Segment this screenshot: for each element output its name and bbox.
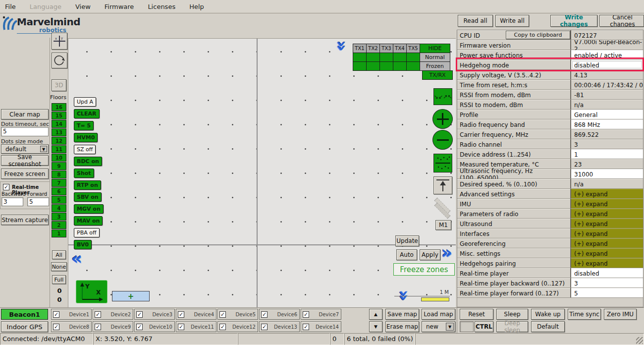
sleep-button[interactable]: Sleep [496,309,528,320]
expand-right-icon[interactable]: » [441,246,452,259]
tx-header-tx3[interactable]: TX3 [379,44,393,53]
parameter-value[interactable]: enabled / active [571,50,643,59]
menu-item-firmware[interactable]: Firmware [105,3,134,10]
erase-map-button[interactable]: Erase map [385,321,419,332]
parameter-value[interactable]: (+) expand [571,189,643,198]
txrx-button[interactable]: TX/RX [422,70,453,80]
tx-frozen-cell[interactable] [406,61,420,71]
m1-button[interactable]: M1 [435,220,451,230]
floor-button-15[interactable]: 15 [52,112,66,119]
floors-none-button[interactable]: None [51,262,67,271]
floor-button-6[interactable]: 6 [52,187,66,195]
floors-full-button[interactable]: Full [52,275,66,284]
device-toggle-device12[interactable]: ✓Device12 [217,321,258,332]
tx-frozen-cell[interactable] [353,61,367,71]
device-toggle-device10[interactable]: ✓Device10 [134,321,175,332]
fit-to-screen-icon[interactable]: ↘↙↗↖ [433,88,452,105]
resize-grip[interactable] [636,337,643,344]
device-toggle-device3[interactable]: ✓Device3 [134,309,175,320]
parameter-value[interactable]: (+) expand [571,229,643,238]
freeze-zones-button[interactable]: Freeze zones [393,263,455,276]
ctrl-checkbox[interactable] [460,321,474,332]
parameter-value[interactable]: (+) expand [571,238,643,248]
floor-button-9[interactable]: 9 [52,162,66,170]
save-map-button[interactable]: Save map [385,309,419,320]
device-toggle-device5[interactable]: ✓Device5 [217,309,258,320]
checkbox-checked-icon[interactable]: ✓ [261,324,268,330]
parameter-value[interactable]: (+) expand [571,248,643,258]
frozen-button[interactable]: Frozen [420,61,450,71]
dots-size-select[interactable]: default ▼ [1,144,49,154]
menu-item-licenses[interactable]: Licenses [148,3,175,10]
tool-button-sbv-on[interactable]: SBV on [74,192,102,202]
clear-map-button[interactable]: Clear map [1,109,49,119]
backward-input[interactable]: 3 [1,197,23,206]
parameter-value[interactable]: disabled [571,60,643,69]
floor-button-8[interactable]: 8 [52,171,66,178]
device-toggle-device7[interactable]: ✓Device7 [301,309,341,320]
layers-icon[interactable] [430,200,455,218]
tool-button-bv0[interactable]: BV0 [74,240,92,249]
checkbox-checked-icon[interactable]: ✓ [303,324,309,330]
coordinate-axes-icon[interactable]: Y X [76,280,107,303]
tx-normal-cell[interactable] [353,53,367,62]
device-scroll-down-button[interactable]: ▼ [369,321,382,332]
deep-sleep-button[interactable]: Deep sleep [496,321,528,332]
indoor-gps-tab[interactable]: Indoor GPS [1,321,48,332]
tx-header-tx1[interactable]: TX1 [353,44,367,53]
floor-button-11[interactable]: 11 [52,145,66,153]
floor-button-1[interactable]: 1 [52,230,66,237]
dots-timeout-input[interactable]: 5 [1,127,49,136]
tx-normal-cell[interactable] [393,53,407,62]
device-toggle-device6[interactable]: ✓Device6 [259,309,300,320]
device-toggle-device14[interactable]: ✓Device14 [301,321,341,332]
tool-button-shot[interactable]: Shot [74,169,94,178]
floor-button-5[interactable]: 5 [52,196,66,204]
normal-button[interactable]: Normal [420,53,450,62]
apply-button[interactable]: Apply [420,249,440,260]
device-scroll-up-button[interactable]: ▲ [369,309,382,320]
tx-header-tx5[interactable]: TX5 [406,44,420,53]
checkbox-checked-icon[interactable]: ✓ [95,324,101,330]
collapse-left-icon[interactable]: « [71,252,82,265]
parameter-value[interactable]: 1 [571,149,643,159]
zero-imu-button[interactable]: Zero IMU [604,309,637,320]
chevron-down-icon[interactable]: ▼ [446,323,454,331]
menu-item-file[interactable]: File [5,3,16,10]
zoom-in-icon[interactable] [432,109,453,129]
copy-to-clipboard-button[interactable]: Copy to clipboard [506,31,570,39]
upload-icon[interactable] [433,176,452,194]
checkbox-checked-icon[interactable]: ✓ [261,311,268,318]
tx-frozen-cell[interactable] [366,61,380,71]
read-all-button[interactable]: Read all [458,15,493,27]
save-screenshot-button[interactable]: Save screenshot [1,155,49,166]
checkbox-checked-icon[interactable]: ✓ [303,311,309,318]
tx-normal-cell[interactable] [406,53,420,62]
checkbox-checked-icon[interactable]: ✓ [95,311,101,318]
parameter-value[interactable]: disabled [571,268,643,278]
ctrl-button[interactable]: CTRL [475,321,493,332]
collapse-down-icon[interactable]: « [396,290,409,301]
floor-button-2[interactable]: 2 [52,221,66,229]
tool-button-upd-a[interactable]: Upd A [74,97,96,107]
floors-all-button[interactable]: All [52,250,66,259]
time-sync-button[interactable]: Time sync [568,309,601,320]
parameter-value[interactable]: 3 [571,278,643,288]
chevron-down-icon[interactable]: ▼ [40,146,47,152]
floor-button-14[interactable]: 14 [52,120,66,128]
device-toggle-device2[interactable]: ✓Device2 [93,309,133,320]
cancel-changes-button[interactable]: Cancel changes [599,15,644,27]
parameter-value[interactable]: General [571,110,643,119]
tool-button-pba-off[interactable]: PBA off [74,228,100,237]
floor-button-3[interactable]: 3 [52,213,66,221]
floor-button-10[interactable]: 10 [52,154,66,162]
device-toggle-device9[interactable]: ✓Device9 [93,321,133,332]
realtime-player-checkbox[interactable]: ✓ [3,184,9,190]
tx-normal-cell[interactable] [366,53,380,62]
load-map-button[interactable]: Load map [422,309,455,320]
rotate-icon[interactable] [52,53,67,68]
parameter-value[interactable]: (+) expand [571,209,643,218]
parameter-value[interactable]: 31000 [571,169,643,178]
parameter-value[interactable]: (+) expand [571,199,643,208]
tx-normal-cell[interactable] [379,53,393,62]
